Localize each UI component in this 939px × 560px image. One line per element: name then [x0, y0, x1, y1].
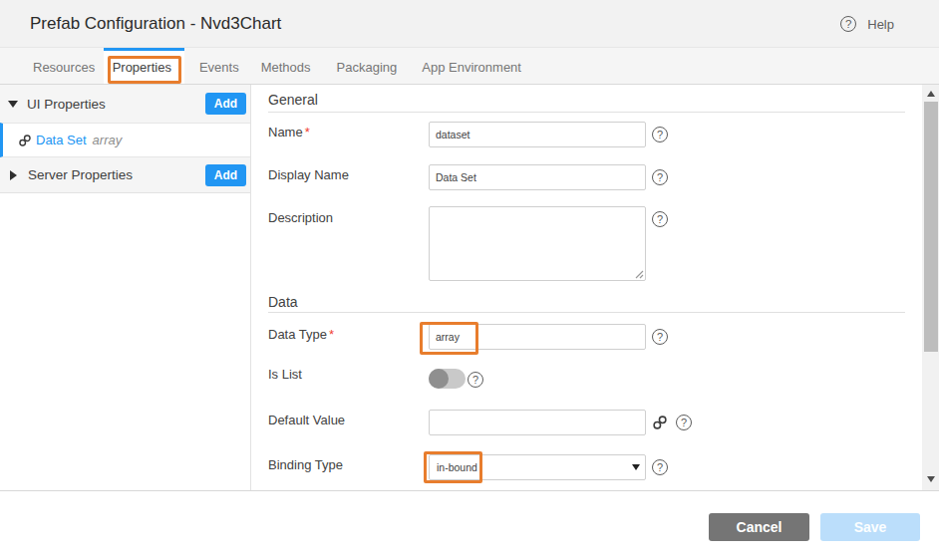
select-dropdown-arrow-icon — [632, 464, 640, 470]
window-title: Prefab Configuration - Nvd3Chart — [30, 0, 281, 48]
ui-properties-label: UI Properties — [27, 97, 106, 112]
vertical-scrollbar[interactable] — [922, 85, 939, 490]
name-label: Name* — [268, 125, 429, 140]
binding-type-select[interactable]: in-bound — [429, 454, 646, 480]
field-row-display-name: Display Name ? — [268, 164, 668, 190]
section-title-data: Data — [268, 294, 298, 310]
field-row-default-value: Default Value ? — [268, 410, 692, 435]
property-form: General Name* ? Display Name ? Descripti… — [252, 85, 922, 490]
is-list-help-icon[interactable]: ? — [468, 372, 483, 388]
default-value-label: Default Value — [268, 413, 429, 427]
sidebar-group-server-properties[interactable]: Server Properties Add — [0, 157, 250, 193]
required-asterisk: * — [329, 327, 334, 342]
tab-events[interactable]: Events — [184, 48, 250, 84]
required-asterisk: * — [305, 125, 310, 140]
caret-right-icon — [10, 170, 17, 180]
add-server-property-button[interactable]: Add — [205, 164, 246, 186]
help-button[interactable]: ? Help — [840, 0, 894, 48]
properties-sidebar: UI Properties Add Data Set array Server … — [0, 85, 251, 490]
title-bar: Prefab Configuration - Nvd3Chart ? Help — [0, 0, 939, 48]
help-label: Help — [867, 17, 894, 32]
scroll-up-button[interactable] — [922, 85, 939, 102]
tab-app-environment[interactable]: App Environment — [409, 48, 533, 84]
scrollbar-thumb[interactable] — [924, 102, 938, 352]
sidebar-item-data-set[interactable]: Data Set array — [0, 123, 250, 157]
caret-down-icon — [8, 101, 18, 108]
description-textarea[interactable] — [429, 206, 646, 281]
name-input[interactable] — [429, 122, 646, 147]
field-row-binding-type: Binding Type in-bound ? — [268, 454, 668, 480]
default-value-help-icon[interactable]: ? — [676, 415, 692, 430]
data-set-type: array — [93, 133, 123, 147]
save-button[interactable]: Save — [820, 513, 920, 541]
data-type-input[interactable] — [429, 324, 646, 350]
section-title-general: General — [268, 92, 318, 108]
scroll-up-arrow-icon — [927, 91, 935, 97]
default-value-input[interactable] — [429, 410, 646, 435]
section-divider-general — [268, 112, 905, 113]
data-set-label: Data Set — [36, 133, 87, 147]
display-name-label: Display Name — [268, 167, 429, 182]
tab-bar: Resources Properties Events Methods Pack… — [0, 48, 939, 85]
description-label: Description — [268, 210, 429, 225]
toggle-knob — [429, 369, 449, 389]
binding-type-label: Binding Type — [268, 457, 429, 472]
field-row-name: Name* ? — [268, 122, 668, 147]
cancel-button[interactable]: Cancel — [709, 513, 809, 541]
binding-type-value: in-bound — [437, 461, 477, 473]
scroll-down-arrow-icon — [927, 476, 935, 482]
binding-type-help-icon[interactable]: ? — [652, 459, 668, 475]
content-area: UI Properties Add Data Set array Server … — [0, 85, 939, 491]
field-row-is-list: Is List ? — [268, 367, 483, 393]
section-divider-data — [268, 312, 905, 313]
server-properties-label: Server Properties — [28, 167, 133, 182]
sidebar-group-ui-properties[interactable]: UI Properties Add — [0, 85, 250, 123]
is-list-label: Is List — [268, 367, 429, 382]
is-list-toggle[interactable] — [429, 369, 466, 389]
tab-packaging[interactable]: Packaging — [323, 48, 410, 84]
display-name-help-icon[interactable]: ? — [652, 169, 668, 185]
data-type-help-icon[interactable]: ? — [652, 329, 668, 345]
display-name-input[interactable] — [429, 164, 646, 190]
data-type-label: Data Type* — [268, 327, 429, 342]
link-icon — [19, 135, 31, 146]
tab-resources[interactable]: Resources — [20, 48, 108, 84]
scroll-down-button[interactable] — [922, 470, 939, 487]
field-row-description: Description ? — [268, 206, 668, 281]
add-ui-property-button[interactable]: Add — [205, 93, 246, 115]
tab-methods[interactable]: Methods — [250, 48, 323, 84]
bind-link-icon[interactable] — [653, 416, 667, 429]
description-help-icon[interactable]: ? — [652, 211, 668, 227]
field-row-data-type: Data Type* ? — [268, 324, 668, 350]
name-help-icon[interactable]: ? — [652, 127, 668, 142]
help-circle-icon: ? — [840, 16, 856, 32]
tab-properties[interactable]: Properties — [104, 48, 184, 84]
